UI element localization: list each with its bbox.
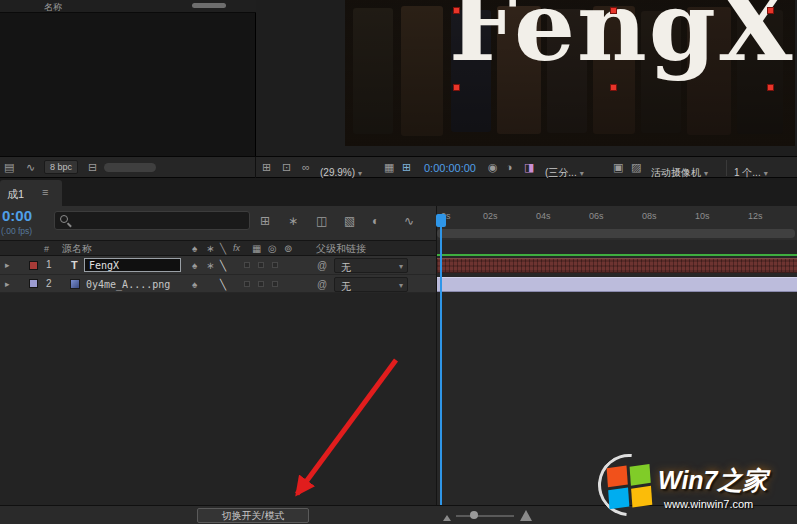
middle-toolbar: ▤ ∿ 8 bpc ⊟ ⊞ ⊡ ∞ (29.9%)▾ ▦ ⊞ 0:00:00:0… — [0, 156, 797, 178]
timeline-zoom-slider-track[interactable] — [456, 515, 514, 517]
camera-value: 活动摄像机 — [651, 167, 701, 178]
layer-number: 2 — [46, 279, 52, 289]
quality-switch-icon[interactable]: ♠ — [192, 280, 197, 290]
ruler-label: 10s — [695, 212, 710, 221]
twirl-icon[interactable]: ▸ — [5, 261, 10, 270]
audio-waveform-icon[interactable]: ∿ — [26, 162, 35, 173]
fps-label: (.00 fps) — [1, 226, 32, 236]
motion-blur-column-icon: ◎ — [268, 244, 277, 254]
parent-select[interactable]: 无 ▾ — [334, 277, 408, 292]
layer-handle[interactable] — [610, 84, 617, 91]
playhead-handle[interactable] — [436, 214, 446, 227]
layer-columns-header: # 源名称 ♠ ∗ ╲ fx ▦ ◎ ⊚ 父级和链接 — [0, 240, 436, 256]
text-layer-icon: T — [71, 260, 78, 271]
quality-switch-icon[interactable]: ♠ — [192, 261, 197, 271]
project-scrollbar-thumb[interactable] — [192, 3, 226, 8]
primary-viewer-icon[interactable]: ⊡ — [282, 162, 291, 173]
viewer-timecode[interactable]: 0:00:00:00 — [424, 162, 476, 174]
parent-pickwhip-icon[interactable]: @ — [317, 261, 327, 271]
layer-color-swatch[interactable] — [29, 261, 38, 270]
composition-viewer-panel: FengX — [256, 0, 797, 156]
ruler-label: 06s — [589, 212, 604, 221]
layer-handle[interactable] — [767, 7, 774, 14]
collapse-column-icon: ∗ — [206, 244, 214, 254]
draft-3d-icon[interactable]: ∗ — [288, 215, 298, 227]
views-value: 1 个... — [734, 167, 761, 178]
panel-menu-icon[interactable]: ≡ — [42, 187, 48, 198]
layer-search-input[interactable] — [54, 211, 250, 230]
chevron-down-icon: ▾ — [764, 169, 768, 178]
safe-margins-icon[interactable]: ⊞ — [402, 162, 411, 173]
column-source-name: 源名称 — [62, 244, 92, 254]
composition-canvas[interactable]: FengX — [345, 0, 795, 146]
show-channels-icon[interactable]: ◨ — [524, 162, 534, 173]
ruler-label: 04s — [536, 212, 551, 221]
chevron-down-icon: ▾ — [358, 169, 362, 178]
layer-handle[interactable] — [767, 84, 774, 91]
shy-icon[interactable]: ◫ — [316, 215, 327, 227]
timeline-controls-row: 0:00 (.00 fps) ⊞ ∗ ◫ ▧ ◐ ∿ — [0, 206, 436, 240]
layer-name-edit-field[interactable]: FengX — [84, 258, 181, 272]
quality-slash-switch[interactable]: ╲ — [220, 280, 226, 290]
show-snapshot-icon[interactable]: ◑ — [506, 162, 513, 173]
switch-checkbox[interactable] — [258, 262, 264, 268]
loop-icon[interactable]: ∞ — [302, 162, 310, 173]
panel-icon[interactable]: ▤ — [4, 162, 14, 173]
project-panel-header: 名称 — [0, 0, 256, 13]
switch-checkbox[interactable] — [244, 262, 250, 268]
zoom-out-mountain-icon[interactable] — [443, 515, 451, 521]
timeline-zoom-slider-knob[interactable] — [470, 511, 478, 519]
layer1-duration-bar[interactable] — [437, 258, 797, 273]
toolbar-divider — [726, 160, 727, 176]
layer-row-2[interactable]: ▸ 2 0y4me_A....png ♠ ╲ @ 无 ▾ — [0, 275, 436, 293]
switch-checkbox[interactable] — [244, 281, 250, 287]
toggle-switches-modes-button[interactable]: 切换开关/模式 — [197, 508, 309, 523]
playhead-line[interactable] — [440, 214, 442, 514]
resolution-value: (三分... — [545, 167, 577, 178]
frame-blend-icon[interactable]: ▧ — [344, 215, 355, 227]
quality-slash-switch[interactable]: ╲ — [220, 261, 226, 271]
threed-column-icon: ⊚ — [284, 244, 292, 254]
graph-editor-icon[interactable]: ∿ — [404, 215, 414, 227]
grid-guides-icon[interactable]: ▦ — [384, 162, 394, 173]
timeline-tab-comp1[interactable]: 成1 ≡ — [0, 180, 62, 206]
zoom-value: (29.9%) — [320, 167, 355, 178]
chevron-down-icon: ▾ — [399, 262, 403, 271]
layer-handle[interactable] — [453, 7, 460, 14]
layer-handle[interactable] — [453, 84, 460, 91]
panel-slider[interactable] — [104, 163, 156, 172]
switch-checkbox[interactable] — [272, 262, 278, 268]
watermark-site: www.winwin7.com — [664, 498, 753, 510]
switch-checkbox[interactable] — [272, 281, 278, 287]
work-area-bar[interactable] — [437, 229, 795, 238]
title-text-layer[interactable]: FengX — [449, 0, 794, 83]
current-time-display[interactable]: 0:00 — [2, 207, 32, 224]
collapse-switch-icon[interactable]: ∗ — [206, 261, 214, 271]
layer-row-1[interactable]: ▸ 1 T FengX ♠ ∗ ╲ @ 无 ▾ — [0, 256, 436, 275]
twirl-icon[interactable]: ▸ — [5, 280, 10, 289]
always-preview-icon[interactable]: ⊞ — [262, 162, 271, 173]
layer-name-text[interactable]: 0y4me_A....png — [86, 279, 170, 290]
layer-handle[interactable] — [610, 7, 617, 14]
timeline-tabbar: 成1 ≡ — [0, 178, 797, 206]
motion-blur-icon[interactable]: ◐ — [372, 215, 379, 227]
region-of-interest-icon[interactable]: ▣ — [613, 162, 623, 173]
parent-select[interactable]: 无 ▾ — [334, 258, 408, 273]
transparency-grid-icon[interactable]: ▨ — [631, 162, 641, 173]
project-panel: 名称 — [0, 0, 256, 156]
switch-checkbox[interactable] — [258, 281, 264, 287]
chevron-down-icon: ▾ — [399, 281, 403, 290]
effects-column-icon: fx — [233, 244, 240, 253]
win7-watermark: Win7之家 www.winwin7.com — [596, 452, 796, 522]
layer-color-swatch[interactable] — [29, 279, 38, 288]
mini-flowchart-icon[interactable]: ⊞ — [260, 215, 270, 227]
layer-number: 1 — [46, 260, 52, 270]
column-parent-link: 父级和链接 — [316, 244, 366, 254]
trash-icon[interactable]: ⊟ — [88, 162, 97, 173]
layer2-duration-bar[interactable] — [437, 277, 797, 292]
parent-value: 无 — [341, 261, 351, 275]
zoom-in-mountain-icon[interactable] — [520, 510, 532, 521]
snapshot-camera-icon[interactable]: ◉ — [488, 162, 498, 173]
bpc-button[interactable]: 8 bpc — [44, 160, 78, 174]
parent-pickwhip-icon[interactable]: @ — [317, 280, 327, 290]
